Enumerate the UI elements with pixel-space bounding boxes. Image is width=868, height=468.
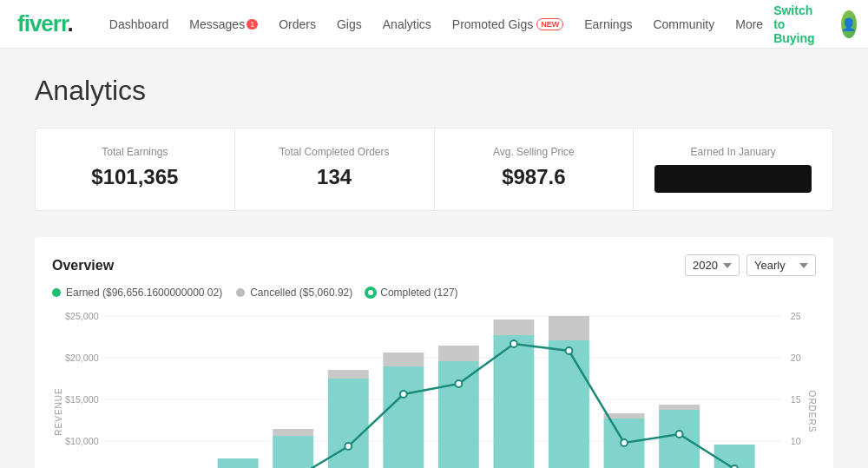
- logo-dot: .: [68, 10, 73, 36]
- legend-completed-label: Completed (127): [380, 287, 457, 299]
- stat-earned-january: Earned In January: [634, 129, 832, 210]
- page-title: Analytics: [35, 75, 833, 107]
- bar-nov: [659, 410, 700, 468]
- svg-text:20: 20: [791, 353, 801, 363]
- legend-completed: Completed (127): [366, 287, 457, 299]
- legend: Earned ($96,656.1600000000 02) Cancelled…: [52, 287, 816, 299]
- logo[interactable]: fiverr.: [17, 10, 73, 37]
- stat-label-january: Earned In January: [654, 146, 812, 158]
- bar-sep: [549, 340, 589, 468]
- dot-jul: [455, 380, 462, 387]
- dot-aug: [510, 340, 517, 347]
- svg-text:10: 10: [791, 436, 801, 446]
- main-content: Analytics Total Earnings $101,365 Total …: [0, 49, 868, 468]
- stat-avg-price: Avg. Selling Price $987.6: [435, 129, 635, 210]
- bar-apr: [273, 436, 313, 468]
- sidebar-item-dashboard[interactable]: Dashboard: [99, 0, 180, 49]
- legend-earned-dot: [52, 288, 61, 297]
- stat-total-earnings: Total Earnings $101,365: [36, 129, 235, 210]
- stat-value-orders: 134: [256, 165, 413, 189]
- svg-text:$10,000: $10,000: [65, 436, 99, 446]
- bar-jul-cancelled: [438, 346, 479, 361]
- svg-text:$25,000: $25,000: [65, 311, 99, 321]
- chart-container: REVENUE ORDERS $25,000 $20,000 $15,000 $…: [52, 307, 816, 468]
- orders-axis-label: ORDERS: [807, 391, 817, 433]
- legend-cancelled-label: Cancelled ($5,060.92): [250, 287, 352, 299]
- legend-completed-dot: [366, 288, 375, 297]
- sidebar-item-analytics[interactable]: Analytics: [372, 0, 442, 49]
- messages-badge: 1: [247, 19, 258, 30]
- bar-aug-cancelled: [493, 320, 534, 335]
- bar-jul: [438, 361, 479, 468]
- bar-dec: [714, 445, 755, 468]
- dot-may: [345, 443, 352, 450]
- period-select[interactable]: Yearly Monthly: [746, 254, 816, 276]
- dot-sep: [566, 347, 573, 354]
- bar-nov-cancelled: [659, 405, 700, 410]
- svg-text:15: 15: [791, 394, 801, 405]
- sidebar-item-gigs[interactable]: Gigs: [326, 0, 372, 49]
- bar-mar: [218, 458, 259, 468]
- stat-completed-orders: Total Completed Orders 134: [235, 129, 435, 210]
- legend-earned: Earned ($96,656.1600000000 02): [52, 287, 222, 299]
- bar-may-cancelled: [328, 370, 369, 379]
- nav-menu: Dashboard Messages1 Orders Gigs Analytic…: [99, 0, 773, 49]
- sidebar-item-orders[interactable]: Orders: [268, 0, 326, 49]
- svg-text:$15,000: $15,000: [65, 394, 99, 405]
- dot-nov: [676, 431, 683, 438]
- year-select[interactable]: 2020 2019 2018: [685, 254, 740, 276]
- dot-jun: [400, 391, 407, 398]
- bar-apr-cancelled: [273, 429, 313, 436]
- switch-buying-button[interactable]: Switch to Buying: [773, 3, 827, 45]
- sidebar-item-messages[interactable]: Messages1: [179, 0, 268, 49]
- stat-value-avg: $987.6: [456, 165, 613, 189]
- stat-label-orders: Total Completed Orders: [256, 146, 413, 158]
- revenue-axis-label: REVENUE: [54, 387, 63, 435]
- overview-title: Overview: [52, 258, 114, 274]
- stat-value-january: [654, 165, 812, 193]
- stat-label-earnings: Total Earnings: [56, 146, 214, 158]
- legend-earned-label: Earned ($96,656.1600000000 02): [66, 287, 222, 299]
- svg-text:$20,000: $20,000: [65, 353, 99, 363]
- overview-header: Overview 2020 2019 2018 Yearly Monthly: [52, 254, 816, 276]
- dot-oct: [621, 439, 628, 446]
- stats-card: Total Earnings $101,365 Total Completed …: [35, 128, 833, 211]
- sidebar-item-community[interactable]: Community: [642, 0, 725, 49]
- new-badge: NEW: [536, 18, 563, 30]
- overview-section: Overview 2020 2019 2018 Yearly Monthly E…: [35, 237, 833, 468]
- legend-cancelled-dot: [236, 288, 245, 297]
- chart-svg: $25,000 $20,000 $15,000 $10,000 $5,000 2…: [52, 307, 816, 468]
- avatar[interactable]: 👤: [841, 10, 856, 38]
- navbar-right: Switch to Buying 👤: [773, 3, 856, 45]
- stat-value-earnings: $101,365: [56, 165, 214, 189]
- sidebar-item-earnings[interactable]: Earnings: [574, 0, 642, 49]
- navbar: fiverr. Dashboard Messages1 Orders Gigs …: [0, 0, 868, 49]
- bar-sep-cancelled: [549, 316, 589, 340]
- legend-cancelled: Cancelled ($5,060.92): [236, 287, 352, 299]
- bar-jun-cancelled: [383, 353, 424, 366]
- stat-label-avg: Avg. Selling Price: [456, 146, 613, 158]
- bar-jun: [383, 366, 424, 468]
- sidebar-item-more[interactable]: More: [725, 0, 773, 49]
- sidebar-item-promoted[interactable]: Promoted GigsNEW: [442, 0, 574, 49]
- overview-controls: 2020 2019 2018 Yearly Monthly: [685, 254, 816, 276]
- svg-text:25: 25: [791, 311, 801, 321]
